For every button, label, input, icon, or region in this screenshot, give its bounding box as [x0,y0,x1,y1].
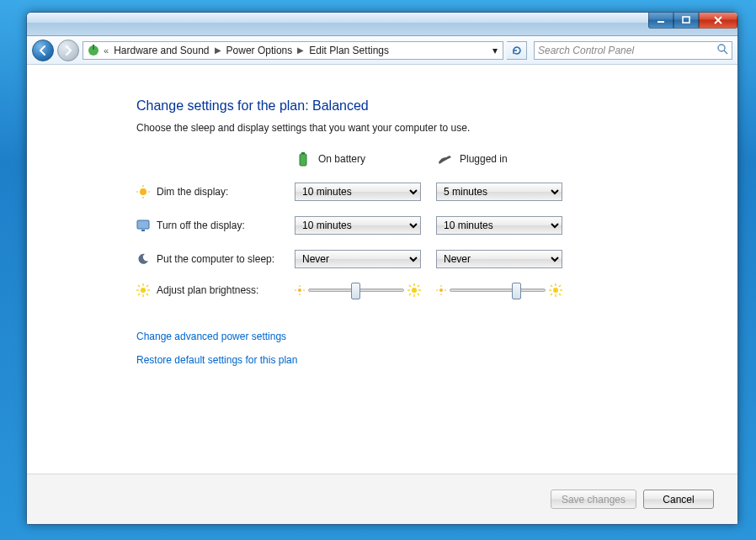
sun-big-icon [407,283,421,297]
svg-rect-0 [658,21,664,23]
cancel-button[interactable]: Cancel [643,490,714,509]
search-input[interactable]: Search Control Panel [534,41,732,60]
row-label-dim: Dim the display: [136,185,288,199]
content-area: Change settings for the plan: Balanced C… [27,65,737,524]
battery-icon [295,151,311,167]
svg-line-48 [551,285,552,287]
sleep-plugged-select[interactable]: Never [436,250,562,268]
page-subtext: Choose the sleep and display settings th… [136,122,737,134]
refresh-button[interactable] [507,41,527,60]
svg-line-21 [146,294,148,295]
column-header-plugged-label: Plugged in [460,153,508,165]
column-header-battery-label: On battery [318,153,365,165]
save-button[interactable]: Save changes [551,490,636,509]
dim-battery-select[interactable]: 10 minutes [295,183,421,201]
minimize-button[interactable] [648,12,673,29]
sleep-battery-select[interactable]: Never [295,250,421,268]
row-label-sleep-text: Put the computer to sleep: [157,253,274,265]
chevron-right-icon: ▶ [295,45,306,55]
search-icon [716,43,728,57]
turnoff-plugged-select[interactable]: 10 minutes [436,216,562,235]
svg-line-37 [418,285,419,287]
svg-point-29 [412,288,417,293]
breadcrumb-seg-1[interactable]: Hardware and Sound [110,45,212,56]
svg-line-34 [409,285,411,287]
svg-line-35 [418,294,419,295]
column-header-battery: On battery [295,151,429,167]
row-label-turnoff: Turn off the display: [136,219,288,232]
titlebar[interactable] [27,13,737,36]
slider-track[interactable] [308,289,404,292]
svg-line-22 [138,294,140,295]
row-label-sleep: Put the computer to sleep: [136,252,288,266]
breadcrumb-seg-2[interactable]: Power Options [223,45,296,56]
forward-button[interactable] [57,40,79,61]
svg-point-15 [141,288,146,293]
maximize-button[interactable] [673,12,699,29]
back-button[interactable] [32,40,54,61]
page-heading: Change settings for the plan: Balanced [136,98,737,114]
svg-line-36 [409,294,411,295]
svg-line-5 [724,50,727,54]
svg-line-23 [146,285,148,287]
sun-small-icon [436,285,446,295]
svg-line-51 [559,285,561,287]
svg-rect-13 [137,220,149,229]
brightness-plugged-slider[interactable] [436,283,562,297]
link-restore-defaults[interactable]: Restore default settings for this plan [136,354,737,366]
svg-rect-7 [301,152,305,154]
monitor-icon [136,219,150,232]
chevron-left-icon: « [104,45,109,56]
svg-rect-6 [300,154,306,166]
dim-plugged-select[interactable]: 5 minutes [436,183,562,201]
svg-point-8 [140,188,146,195]
moon-icon [136,252,150,266]
svg-point-43 [553,288,558,293]
svg-line-50 [551,294,552,295]
row-label-brightness: Adjust plan brightness: [136,283,288,297]
turnoff-battery-select[interactable]: 10 minutes [295,216,421,235]
plug-icon [436,151,453,167]
address-dropdown-button[interactable]: ▾ [487,42,501,59]
svg-rect-3 [93,45,94,50]
brightness-icon [136,283,150,297]
link-advanced-settings[interactable]: Change advanced power settings [136,331,737,342]
control-panel-window: « Hardware and Sound ▶ Power Options ▶ E… [26,12,738,525]
dim-display-icon [136,185,150,199]
svg-line-20 [138,285,140,287]
slider-thumb[interactable] [512,283,521,299]
sun-big-icon [549,283,562,297]
sun-small-icon [295,285,305,295]
svg-point-38 [439,289,443,292]
brightness-battery-slider[interactable] [295,283,421,297]
navigation-bar: « Hardware and Sound ▶ Power Options ▶ E… [27,36,737,65]
power-options-icon [87,44,100,57]
address-bar[interactable]: « Hardware and Sound ▶ Power Options ▶ E… [83,41,503,60]
svg-rect-1 [683,17,689,23]
slider-track[interactable] [450,289,546,292]
close-button[interactable] [699,12,737,29]
row-label-brightness-text: Adjust plan brightness: [157,284,258,296]
svg-point-24 [298,289,301,292]
chevron-right-icon: ▶ [213,45,223,55]
svg-rect-14 [141,230,145,231]
svg-line-49 [559,294,561,295]
slider-thumb[interactable] [351,283,360,299]
column-header-plugged: Plugged in [436,151,571,167]
search-placeholder: Search Control Panel [538,45,634,56]
row-label-turnoff-text: Turn off the display: [157,220,245,231]
breadcrumb-seg-3[interactable]: Edit Plan Settings [306,45,392,56]
row-label-dim-text: Dim the display: [157,186,228,198]
footer-bar: Save changes Cancel [27,474,737,524]
svg-point-4 [718,45,725,51]
